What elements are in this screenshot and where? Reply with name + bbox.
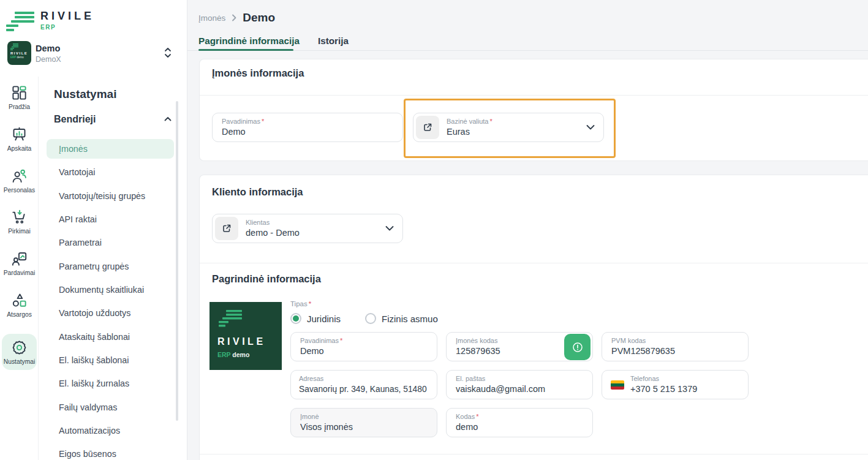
open-currency-button[interactable] — [416, 116, 439, 139]
active-tab-underline — [198, 49, 293, 51]
workspace-name: Demo — [36, 43, 60, 53]
sidebar-item-vartotoju-teisiu-grupes[interactable]: Vartotojų/teisių grupės — [47, 186, 174, 206]
sales-icon — [11, 251, 28, 267]
gear-icon — [11, 339, 28, 356]
type-radio-group: Juridinis Fizinis asmuo — [290, 313, 438, 324]
divider — [200, 95, 868, 96]
field-value: Savanorių pr. 349, Kaunas, 51480 — [299, 383, 427, 395]
chevron-down-icon[interactable] — [385, 226, 394, 232]
sidebar-item-parametru-grupes[interactable]: Parametrų grupės — [47, 257, 174, 276]
sidebar-title: Nustatymai — [54, 88, 116, 101]
external-link-icon — [221, 223, 232, 234]
divider — [200, 454, 868, 454]
section-title-company-info: Įmonės informacija — [212, 67, 304, 79]
radio-juridinis[interactable]: Juridinis — [290, 313, 341, 324]
rail-item-nustatymai[interactable]: Nustatymai — [2, 334, 37, 370]
field-value: Visos įmonės — [300, 421, 353, 433]
company-code-lookup-button[interactable] — [564, 334, 591, 360]
sidebar-item-failu-valdymas[interactable]: Failų valdymas — [47, 398, 174, 417]
lithuania-flag-icon[interactable] — [611, 380, 624, 390]
rail-label: Nustatymai — [4, 358, 36, 365]
vat-code-field[interactable]: PVM kodas PVM125879635 — [602, 332, 749, 361]
radio-circle — [365, 313, 376, 324]
workspace-avatar: RIVILE ERP demo — [7, 41, 31, 65]
sidebar-item-el-laisku-zurnalas[interactable]: El. laiškų žurnalas — [47, 374, 174, 393]
rail-item-pirkimai[interactable]: Pirkimai — [0, 209, 39, 235]
field-label: Bazinė valiuta* — [447, 118, 492, 126]
inventory-shapes-icon — [11, 292, 28, 309]
open-client-button[interactable] — [215, 217, 238, 240]
rail-item-pardavimai[interactable]: Pardavimai — [0, 251, 39, 276]
workspace-avatar-icon — [10, 43, 18, 50]
field-value: Demo — [300, 345, 342, 357]
logo-tile-sub: ERP demo — [217, 351, 282, 358]
sidebar-item-el-laisku-sablonai[interactable]: El. laiškų šablonai — [47, 350, 174, 370]
company-code-field[interactable]: Įmonės kodas 125879635 — [446, 332, 593, 361]
field-label: Pavadinimas* — [300, 337, 342, 345]
sidebar-item-ataskaitu-sablonai[interactable]: Ataskaitų šablonai — [47, 327, 174, 347]
chevron-right-icon — [232, 14, 236, 21]
field-value: +370 5 215 1379 — [630, 383, 697, 395]
sidebar-item-dokumentu-skaitliukai[interactable]: Dokumentų skaitliukai — [47, 280, 174, 300]
field-label: Telefonas — [630, 375, 697, 383]
code-field[interactable]: Kodas* demo — [446, 408, 593, 437]
company-info-card: Įmonės informacija Pavadinimas* Demo — [199, 59, 868, 161]
section-title-client-info: Kliento informacija — [212, 186, 303, 198]
external-link-icon — [422, 122, 433, 133]
radio-fizinis-asmuo[interactable]: Fizinis asmuo — [365, 313, 438, 324]
breadcrumb: Įmonės Demo — [198, 11, 275, 25]
rail-item-pradzia[interactable]: Pradžia — [0, 85, 39, 110]
company-scope-field: Įmonė Visos įmonės — [290, 408, 437, 437]
main-content: Įmonės Demo Pagrindinė informacija Istor… — [187, 0, 868, 460]
rail-item-apskaita[interactable]: Apskaita — [0, 126, 39, 152]
workspace-selector[interactable]: RIVILE ERP demo Demo DemoX — [7, 41, 180, 66]
brand-subtitle: ERP — [40, 24, 94, 31]
rail-label: Apskaita — [7, 145, 32, 152]
sidebar-item-vartotojai[interactable]: Vartotojai — [47, 162, 174, 182]
rail-item-atsargos[interactable]: Atsargos — [0, 292, 39, 318]
sidebar-scrollbar[interactable] — [176, 101, 178, 421]
field-label: Klientas — [246, 219, 300, 227]
sidebar-item-vartotojo-uzduotys[interactable]: Vartotojo užduotys — [47, 303, 174, 323]
rail-label: Pirkimai — [8, 228, 31, 235]
email-field[interactable]: El. paštas vaiskauda@gmail.com — [446, 370, 593, 399]
workspace-avatar-brand: RIVILE — [10, 51, 31, 55]
field-label: Įmonės kodas — [456, 337, 500, 345]
sidebar-group-label: Bendrieji — [54, 114, 96, 124]
accounting-chart-icon — [11, 126, 28, 143]
field-value: Demo — [222, 126, 264, 138]
field-value: vaiskauda@gmail.com — [456, 383, 545, 395]
rail-item-personalas[interactable]: Personalas — [0, 168, 39, 194]
dashboard-icon — [11, 85, 28, 101]
divider — [200, 263, 868, 263]
rivile-logo-icon — [6, 10, 34, 33]
sidebar-item-eigos-busenos[interactable]: Eigos būsenos — [47, 444, 174, 460]
sidebar-item-imones[interactable]: Įmonės — [47, 139, 174, 159]
sidebar-group-bendrieji[interactable]: Bendrieji — [54, 114, 167, 125]
rail-label: Personalas — [4, 187, 36, 194]
field-label: El. paštas — [456, 375, 545, 383]
workspace-switch-icon[interactable] — [164, 47, 172, 58]
radio-label: Fizinis asmuo — [382, 314, 438, 324]
field-label: PVM kodas — [611, 337, 675, 345]
tab-istorija[interactable]: Istorija — [318, 36, 349, 52]
sidebar-item-api-raktai[interactable]: API raktai — [47, 209, 174, 229]
rail-label: Atsargos — [7, 311, 32, 318]
field-value: demo - Demo — [246, 227, 300, 239]
name-field[interactable]: Pavadinimas* Demo — [290, 332, 437, 361]
sidebar-item-parametrai[interactable]: Parametrai — [47, 233, 174, 252]
company-logo-image[interactable]: RIVILE ERP demo — [209, 302, 282, 370]
base-currency-select[interactable]: Bazinė valiuta* Euras — [413, 113, 604, 142]
cart-icon — [11, 209, 28, 225]
rail-label: Pardavimai — [4, 270, 36, 276]
sidebar-item-automatizacijos[interactable]: Automatizacijos — [47, 421, 174, 440]
field-label: Adresas — [299, 375, 427, 383]
breadcrumb-parent-link[interactable]: Įmonės — [198, 13, 225, 23]
company-name-field[interactable]: Pavadinimas* Demo — [212, 113, 403, 142]
field-label: Pavadinimas* — [222, 118, 264, 126]
address-field[interactable]: Adresas Savanorių pr. 349, Kaunas, 51480 — [290, 370, 437, 399]
client-select[interactable]: Klientas demo - Demo — [212, 214, 403, 243]
chevron-down-icon[interactable] — [586, 125, 595, 130]
field-label: Įmonė — [300, 413, 353, 421]
phone-field[interactable]: Telefonas +370 5 215 1379 — [602, 370, 749, 399]
